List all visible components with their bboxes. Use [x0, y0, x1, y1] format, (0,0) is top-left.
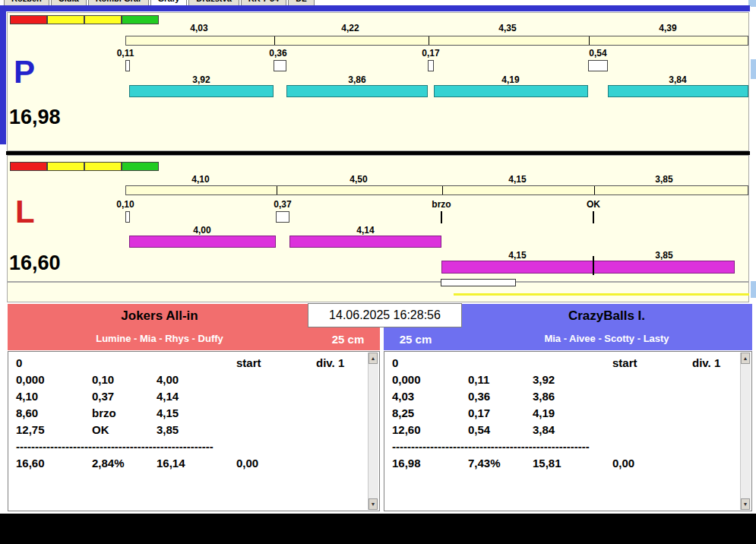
app-window: Rozběh Čidla Kombi Graf Grafy Družstva K…	[0, 0, 756, 544]
team-right-size: 25 cm	[389, 333, 442, 346]
right-edge-strip	[751, 0, 756, 7]
total-percent: 2,84%	[92, 457, 157, 473]
start-light-green-icon	[122, 15, 159, 24]
cell: 0,54	[468, 423, 533, 440]
l-split-track	[125, 185, 748, 195]
l-split-time-2: 4,50	[336, 174, 381, 185]
totals-row: 16,60 2,84% 16,14 0,00	[16, 457, 365, 473]
p-lane-total-time: 16,98	[9, 107, 61, 128]
scroll-down-icon[interactable]: ▼	[741, 498, 750, 510]
tab-row: Rozběh Čidla Kombi Graf Grafy Družstva K…	[0, 0, 750, 5]
l-reaction-time-3: brzo	[426, 199, 457, 210]
l-reaction-time-4: OK	[578, 199, 609, 210]
cell: 3,92	[533, 373, 612, 390]
scroll-down-icon[interactable]: ▼	[369, 498, 378, 510]
total-time: 16,98	[392, 457, 468, 473]
p-leg-time-2: 3,86	[334, 74, 380, 85]
chart-footer-strip	[7, 282, 749, 302]
start-light-yellow2-icon	[84, 15, 122, 24]
separator-row: ----------------------------------------…	[392, 440, 738, 457]
cell: 4,00	[157, 373, 236, 390]
start-light-yellow1-icon	[47, 15, 84, 24]
cell: brzo	[92, 406, 157, 423]
p-leg-time-1: 3,92	[179, 74, 224, 85]
tab-druzstva[interactable]: Družstva	[188, 0, 239, 5]
cell: 0,36	[468, 390, 533, 406]
total-percent: 7,43%	[468, 457, 533, 473]
result-row: 12,75 OK 3,85	[16, 423, 365, 440]
l-leg-bar-4	[593, 261, 735, 274]
l-start-light-yellow2-icon	[84, 162, 122, 171]
team-right-scrollbar[interactable]: ▲ ▼	[740, 353, 751, 510]
blue-left-strip	[0, 11, 6, 144]
cell: 0,17	[468, 406, 533, 423]
scroll-up-icon[interactable]: ▲	[369, 353, 378, 364]
l-leg-bar-3	[441, 261, 593, 274]
cell: 0,10	[92, 373, 157, 390]
col-division: div. 1	[316, 356, 365, 373]
p-leg-bar-4	[608, 85, 748, 97]
scroll-up-icon[interactable]: ▲	[741, 353, 750, 364]
cell: OK	[92, 423, 157, 440]
separator-row: ----------------------------------------…	[16, 440, 365, 457]
l-leg-bar-1	[129, 236, 276, 248]
cell: 4,19	[533, 406, 612, 423]
l-start-light-green-icon	[122, 162, 159, 171]
p-reaction-time-1: 0,11	[110, 48, 141, 59]
p-leg-bar-2	[286, 85, 428, 97]
result-row: 8,25 0,17 4,19	[392, 406, 738, 423]
p-track-tick-2	[429, 36, 429, 45]
totals-row: 16,98 7,43% 15,81 0,00	[392, 457, 738, 473]
p-reaction-time-4: 0,54	[583, 48, 613, 59]
p-leg-bar-1	[129, 85, 274, 97]
result-row: 4,03 0,36 3,86	[392, 390, 738, 406]
result-row: 8,60 brzo 4,15	[16, 406, 365, 423]
l-lane-total-time: 16,60	[9, 253, 61, 274]
team-right-members: Mia - Aivee - Scotty - Lasty	[461, 333, 752, 344]
l-reaction-bar-1	[125, 211, 130, 223]
total-net: 15,81	[533, 457, 612, 473]
tab-kk[interactable]: KK 7 54	[241, 0, 286, 5]
tab-bar: Rozběh Čidla Kombi Graf Grafy Družstva K…	[0, 0, 750, 5]
p-split-time-1: 4,03	[176, 23, 222, 33]
p-split-time-2: 4,22	[327, 23, 373, 33]
team-left-scrollbar[interactable]: ▲ ▼	[368, 353, 378, 510]
tab-rozbeh[interactable]: Rozběh	[4, 0, 49, 5]
cell: 3,84	[533, 423, 612, 440]
tab-grafy[interactable]: Grafy	[150, 0, 188, 5]
l-track-tick-2	[442, 186, 443, 195]
header-row: 0 start div. 1	[16, 356, 365, 373]
l-reaction-mark-4	[593, 211, 594, 223]
header-row: 0 start div. 1	[392, 356, 738, 373]
p-reaction-bar-2	[274, 60, 286, 71]
datetime-display: 14.06.2025 16:28:56	[308, 303, 462, 327]
cell: 12,60	[392, 423, 468, 440]
tab-cidla[interactable]: Čidla	[51, 0, 87, 5]
team-right-results-area[interactable]: 0 start div. 1 0,000 0,11 3,92 4,03 0,36…	[384, 351, 752, 511]
cell: 0,37	[92, 390, 157, 406]
l-split-time-3: 4,15	[495, 174, 540, 185]
cell: 4,14	[157, 390, 236, 406]
result-row: 12,60 0,54 3,84	[392, 423, 738, 440]
team-left-results-area[interactable]: 0 start div. 1 0,000 0,10 4,00 4,10 0,37…	[8, 351, 380, 511]
tab-dl[interactable]: DL	[288, 0, 315, 5]
result-row: 0,000 0,11 3,92	[392, 373, 738, 390]
l-split-time-1: 4,10	[178, 174, 223, 185]
l-leg-bar-2	[289, 236, 441, 248]
p-reaction-bar-3	[428, 60, 434, 71]
l-reaction-time-1: 0,10	[110, 199, 141, 210]
footer-yellow-line	[454, 293, 749, 296]
team-left-members: Lumine - Mia - Rhys - Duffy	[8, 333, 312, 344]
p-track-tick-3	[589, 36, 590, 45]
cell: 3,86	[533, 390, 612, 406]
cell: 3,85	[157, 423, 236, 440]
separator-line: ----------------------------------------…	[16, 440, 238, 457]
tab-kombi-graf[interactable]: Kombi Graf	[88, 0, 149, 5]
footer-small-box	[441, 279, 516, 286]
p-reaction-bar-1	[125, 60, 130, 71]
p-track-tick-1	[274, 36, 275, 45]
p-leg-time-4: 3,84	[655, 74, 701, 85]
l-reaction-bar-2	[276, 211, 289, 223]
start-light-red-icon	[10, 15, 47, 24]
col-division: div. 1	[692, 356, 738, 373]
